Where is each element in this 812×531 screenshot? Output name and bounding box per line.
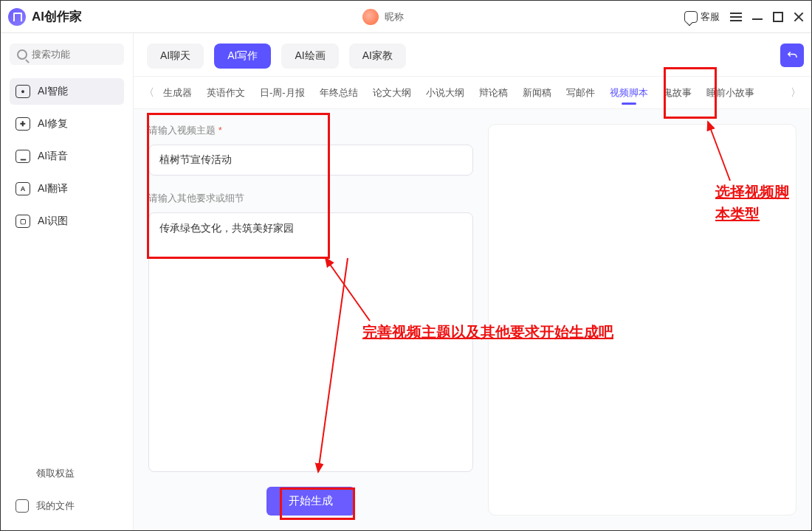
mode-bar: AI聊天AI写作AI绘画AI家教 xyxy=(134,33,811,77)
titlebar: AI创作家 昵称 客服 xyxy=(1,1,811,33)
rights-label: 领取权益 xyxy=(36,467,75,480)
subtab-新闻稿[interactable]: 新闻稿 xyxy=(515,77,559,109)
avatar-icon[interactable] xyxy=(362,9,379,25)
window-maximize-icon[interactable] xyxy=(773,12,783,22)
mode-AI写作[interactable]: AI写作 xyxy=(214,44,271,69)
topic-label: 请输入视频主题 * xyxy=(148,124,473,137)
subtab-年终总结[interactable]: 年终总结 xyxy=(312,77,365,109)
subtab-生成器[interactable]: 生成器 xyxy=(156,77,199,109)
extra-label: 请输入其他要求或细节 xyxy=(148,192,473,205)
extra-textarea[interactable] xyxy=(148,212,473,472)
nav-label: AI识图 xyxy=(38,215,68,228)
nav-label: AI智能 xyxy=(38,85,68,98)
support-label: 客服 xyxy=(701,10,720,24)
nav-icon: ▢ xyxy=(16,215,30,228)
search-icon xyxy=(17,49,27,60)
sidebar-item-2[interactable]: ▁AI语音 xyxy=(10,143,124,170)
preview-panel xyxy=(488,124,796,516)
form-column: 请输入视频主题 * 请输入其他要求或细节 开始生成 xyxy=(148,124,473,516)
nav-icon: A xyxy=(16,182,30,195)
chevron-left-icon[interactable]: 〈 xyxy=(142,86,156,100)
mode-AI家教[interactable]: AI家教 xyxy=(349,44,406,69)
menu-icon[interactable] xyxy=(730,13,742,21)
subtab-写邮件[interactable]: 写邮件 xyxy=(559,77,602,109)
window-minimize-icon[interactable] xyxy=(752,14,763,20)
subtab-视频脚本[interactable]: 视频脚本 xyxy=(602,77,656,109)
main-panel: AI聊天AI写作AI绘画AI家教 〈 生成器英语作文日-周-月报年终总结论文大纲… xyxy=(134,33,811,530)
search-input[interactable] xyxy=(32,49,106,60)
subtab-睡前小故事[interactable]: 睡前小故事 xyxy=(699,77,762,109)
app-logo-icon xyxy=(8,8,26,26)
window-close-icon[interactable] xyxy=(794,12,804,22)
generate-button[interactable]: 开始生成 xyxy=(266,487,355,516)
mode-AI聊天[interactable]: AI聊天 xyxy=(147,44,204,69)
subtab-bar: 〈 生成器英语作文日-周-月报年终总结论文大纲小说大纲辩论稿新闻稿写邮件视频脚本… xyxy=(134,77,811,109)
sidebar: ●AI智能✚AI修复▁AI语音AAI翻译▢AI识图 领取权益 我的文件 xyxy=(1,33,134,530)
file-icon xyxy=(16,499,29,513)
app-title: AI创作家 xyxy=(32,8,82,25)
chevron-right-icon[interactable]: 〉 xyxy=(789,86,802,100)
sidebar-item-4[interactable]: ▢AI识图 xyxy=(10,208,124,235)
nav-label: AI翻译 xyxy=(38,182,68,195)
nav-icon: ✚ xyxy=(16,117,30,131)
search-box[interactable] xyxy=(10,44,124,65)
files-label: 我的文件 xyxy=(36,499,75,513)
subtab-鬼故事[interactable]: 鬼故事 xyxy=(656,77,699,109)
sidebar-item-1[interactable]: ✚AI修复 xyxy=(10,111,124,137)
nav-icon: ▁ xyxy=(16,150,30,163)
sidebar-item-3[interactable]: AAI翻译 xyxy=(10,176,124,202)
nav-icon: ● xyxy=(16,85,30,98)
chat-bubble-icon xyxy=(684,11,698,23)
back-button[interactable] xyxy=(780,44,804,67)
topic-input[interactable] xyxy=(148,145,473,176)
nickname-label[interactable]: 昵称 xyxy=(385,10,404,24)
mode-AI绘画[interactable]: AI绘画 xyxy=(281,44,338,69)
subtab-英语作文[interactable]: 英语作文 xyxy=(199,77,252,109)
sidebar-item-0[interactable]: ●AI智能 xyxy=(10,78,124,105)
subtab-辩论稿[interactable]: 辩论稿 xyxy=(472,77,515,109)
support-button[interactable]: 客服 xyxy=(684,10,720,24)
sidebar-files[interactable]: 我的文件 xyxy=(10,492,124,520)
subtab-论文大纲[interactable]: 论文大纲 xyxy=(365,77,419,109)
subtab-日-周-月报[interactable]: 日-周-月报 xyxy=(252,77,312,109)
subtab-小说大纲[interactable]: 小说大纲 xyxy=(419,77,472,109)
sidebar-rights[interactable]: 领取权益 xyxy=(10,459,124,487)
nav-label: AI修复 xyxy=(38,117,68,131)
nav-label: AI语音 xyxy=(38,150,68,163)
